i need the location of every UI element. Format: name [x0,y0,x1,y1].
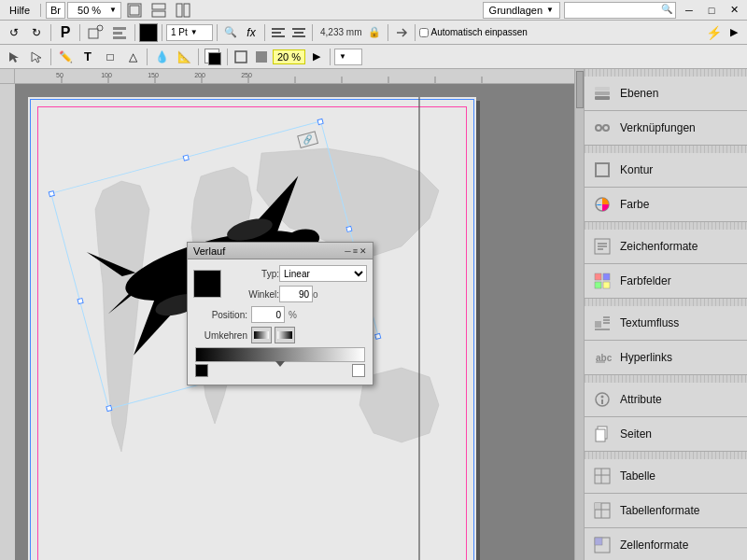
gradient-stop-left[interactable] [195,364,208,377]
panel-row-seiten[interactable]: Seiten [585,417,747,451]
formula-icon[interactable]: fx [242,23,261,42]
sep6 [264,24,265,41]
canvas-scrollbar[interactable] [574,69,584,560]
align-center-icon[interactable] [289,23,308,42]
panel-options-btn[interactable]: ≡ [353,246,358,256]
svg-rect-4 [176,4,182,17]
panel-row-hyperlinks[interactable]: abc Hyperlinks [585,341,747,374]
select-icon[interactable] [4,48,24,66]
svg-point-73 [601,396,604,399]
eyedrop-icon[interactable]: 💧 [151,48,172,66]
lock-icon[interactable]: 🔒 [365,23,384,42]
bridge-label: Br [50,5,61,16]
gradient-midpoint[interactable] [275,361,285,367]
fill-color-swatch[interactable] [139,23,158,42]
measure-icon[interactable]: 📐 [174,48,194,66]
panel-row-zellenformate[interactable]: Zellenformate [585,528,747,560]
preset-arrow-icon: ▼ [546,6,554,14]
panel-row-attribute[interactable]: Attribute [585,383,747,416]
text-tool-icon[interactable]: P [55,23,76,42]
panel-row-textumfluss[interactable]: Textumfluss [585,306,747,340]
text-icon[interactable]: T [78,48,98,66]
reverse-icon-btn[interactable] [251,327,272,343]
blend-mode-dropdown[interactable]: ▼ [334,49,362,65]
type-select[interactable]: Linear [279,265,367,282]
pen-icon[interactable]: ✏️ [55,48,76,66]
panel-row-verknuepfungen[interactable]: Verknüpfungen [585,111,747,145]
panel-section-verknuepfungen: Verknüpfungen [585,111,747,146]
align-icon[interactable] [108,23,131,42]
close-button[interactable]: ✕ [725,1,743,20]
opacity-increase-icon[interactable]: ▶ [307,48,326,66]
panel-toggle-icon[interactable]: ▶ [725,23,743,42]
panel-close-btn[interactable]: ✕ [359,246,367,256]
normal-view-icon[interactable] [252,48,271,66]
hyperlinks-icon: abc [592,347,613,368]
panel-row-farbe[interactable]: Farbe [585,188,747,221]
panel-section-ebenen: Ebenen [585,69,747,111]
arrow-icon[interactable] [392,23,411,42]
opacity-display[interactable]: 20 % [273,49,305,64]
zoom-dropdown[interactable]: 50 % ▼ [67,2,121,19]
gradient-preview-swatch[interactable] [193,270,221,298]
panel-row-farbfelder[interactable]: Farbfelder [585,264,747,298]
frame-view-svg [233,49,248,64]
gradient-body: Typ: Linear Winkel: o Po [188,259,373,385]
toolbar-2: ✏️ T □ △ 💧 📐 20 % ▶ ▼ [0,45,747,69]
shape-icon[interactable]: △ [122,48,143,66]
panel-row-ebenen[interactable]: Ebenen [585,77,747,110]
gradient-stop-right[interactable] [352,364,365,377]
view-icon-2[interactable] [148,1,170,20]
magnify-icon[interactable]: 🔍 [221,23,240,42]
handle-ml[interactable] [77,298,83,304]
panel-minimize-btn[interactable]: ─ [345,246,350,256]
gradient-bar[interactable] [195,347,365,362]
preset-dropdown[interactable]: Grundlagen ▼ [483,2,560,19]
search-input[interactable] [564,2,676,19]
bridge-button[interactable]: Br [46,2,65,19]
direct-select-icon[interactable] [26,48,47,66]
transform-icon[interactable] [84,23,106,42]
canvas-area[interactable]: 50 100 150 200 250 [0,69,584,560]
fill-swatch[interactable] [208,52,221,65]
rotate-cw-icon[interactable]: ↻ [26,23,47,42]
handle-tl[interactable] [49,190,55,197]
view-icon-1[interactable] [123,1,146,20]
view-icon-3[interactable] [172,1,194,20]
panel-row-tabelle[interactable]: Tabelle [585,459,747,493]
panel-row-kontur[interactable]: Kontur [585,153,747,187]
table-svg [593,467,612,485]
gradient-title-bar[interactable]: Verlauf ─ ≡ ✕ [188,243,373,259]
handle-tc[interactable] [183,154,190,161]
minimize-button[interactable]: ─ [680,1,698,20]
lightning-icon[interactable]: ⚡ [704,23,723,42]
panel-section-textumfluss: Textumfluss [585,299,747,341]
stroke-width-value: 1 Pt [171,27,188,37]
zeichenformate-label: Zeichenformate [620,240,698,253]
frame-view-icon[interactable] [232,48,250,66]
align-left-icon[interactable] [269,23,288,42]
zellenformate-icon [592,535,613,555]
svg-rect-37 [0,84,15,560]
svg-text:100: 100 [101,72,112,78]
transform-svg [87,24,104,41]
main-area: 50 100 150 200 250 [0,69,747,560]
reverse-icon-btn2[interactable] [275,327,295,343]
panel-row-zeichenformate[interactable]: Zeichenformate [585,230,747,263]
svg-point-7 [97,25,103,31]
sep12 [198,49,199,65]
maximize-button[interactable]: □ [702,1,721,20]
auto-fit-checkbox[interactable] [419,28,429,37]
color-svg [593,195,612,214]
stroke-width-dropdown[interactable]: 1 Pt ▼ [166,24,213,41]
panel-row-tabellenformate[interactable]: Tabellenformate [585,494,747,527]
ruler-corner [0,69,15,84]
zeichenformate-icon [592,236,613,257]
ruler-h-svg: 50 100 150 200 250 [15,69,584,84]
angle-input[interactable] [279,286,313,302]
scrollbar-thumb[interactable] [576,71,584,108]
menu-hilfe[interactable]: Hilfe [4,3,35,18]
position-input[interactable] [251,306,285,323]
rect-icon[interactable]: □ [100,48,120,66]
rotate-ccw-icon[interactable]: ↺ [4,23,24,42]
